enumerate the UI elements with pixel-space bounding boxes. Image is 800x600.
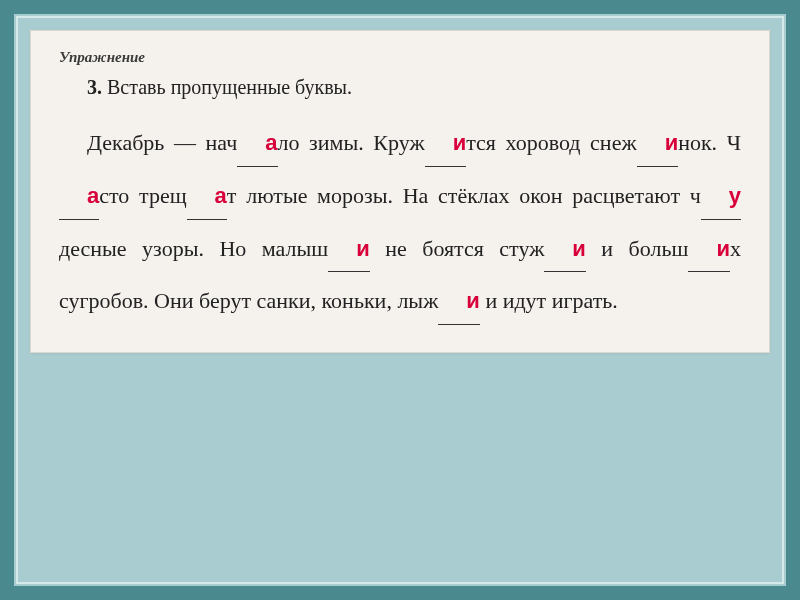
blank-4: а bbox=[59, 170, 99, 223]
content-area: Упражнение 3. Вставь пропущенные буквы. … bbox=[14, 14, 786, 369]
text-segment: ло зимы. Круж bbox=[278, 130, 425, 155]
text-segment: десные узоры. Но ма­лыш bbox=[59, 236, 328, 261]
exercise-body: Декабрь — начало зимы. Кружится хоровод … bbox=[59, 117, 741, 328]
text-segment: не боятся стуж bbox=[370, 236, 545, 261]
exercise-label: Упражнение bbox=[59, 49, 741, 66]
slide-frame: Упражнение 3. Вставь пропущенные буквы. … bbox=[0, 0, 800, 600]
blank-10: и bbox=[438, 275, 480, 328]
task-number: 3. bbox=[87, 76, 102, 98]
text-segment: Декабрь — нач bbox=[87, 130, 237, 155]
blank-8: и bbox=[544, 223, 586, 276]
task-line: 3. Вставь пропущенные буквы. bbox=[59, 76, 741, 99]
blank-5: а bbox=[187, 170, 227, 223]
text-segment: т лютые морозы. На стёклах окон расцвета… bbox=[227, 183, 701, 208]
text-segment: сто трещ bbox=[99, 183, 186, 208]
text-segment: и больш bbox=[586, 236, 689, 261]
text-segment: и идут играть. bbox=[480, 288, 618, 313]
task-text: Вставь пропущенные буквы. bbox=[107, 76, 352, 98]
blank-3: и bbox=[637, 117, 679, 170]
paper-block: Упражнение 3. Вставь пропущенные буквы. … bbox=[30, 30, 770, 353]
blank-1: а bbox=[237, 117, 277, 170]
blank-9: и bbox=[688, 223, 730, 276]
blank-7: и bbox=[328, 223, 370, 276]
blank-2: и bbox=[425, 117, 467, 170]
text-segment: тся хоровод снеж bbox=[466, 130, 636, 155]
blank-6: у bbox=[701, 170, 741, 223]
text-segment: нок. Ч bbox=[678, 130, 741, 155]
